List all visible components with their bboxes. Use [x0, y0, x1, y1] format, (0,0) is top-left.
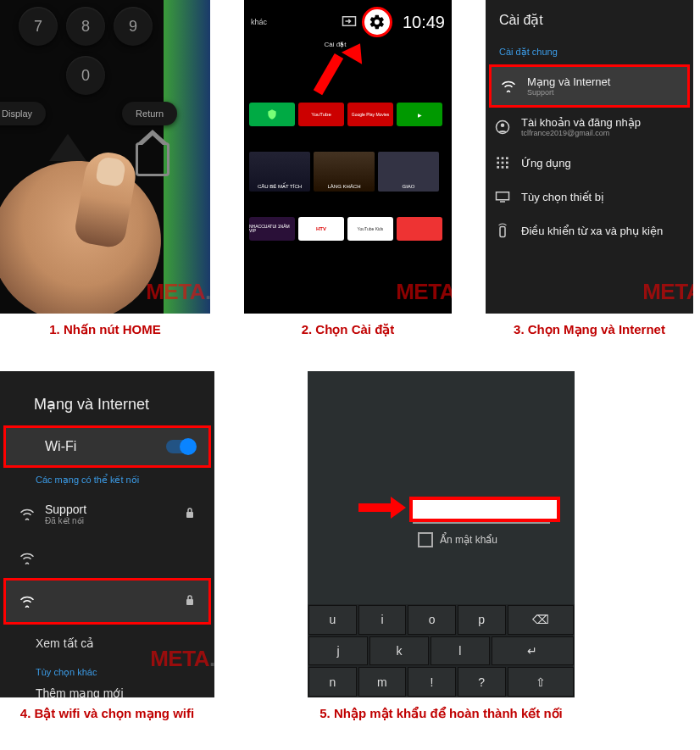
wifi-network-support[interactable]: Support Đã kết nối [3, 489, 211, 539]
svg-rect-4 [502, 157, 504, 159]
remote-key-0[interactable]: 0 [66, 56, 105, 95]
remote-key-7[interactable]: 7 [19, 7, 58, 46]
wifi-icon [19, 553, 35, 564]
app-tile-ytkids[interactable]: YouTube Kids [347, 217, 393, 241]
settings-row-account[interactable]: Tài khoản và đăng nhập tclfrance2019@gma… [486, 108, 693, 146]
svg-rect-8 [506, 162, 508, 164]
settings-row-title: Điều khiển từ xa và phụ kiện [521, 225, 663, 237]
poster-tile[interactable]: LÀNG KHÁCH [314, 152, 375, 192]
key[interactable]: i [358, 605, 407, 635]
step4-caption: 4. Bật wifi và chọn mạng wifi [20, 706, 194, 721]
app-tile[interactable]: ▶ [397, 103, 442, 126]
available-networks-label: Các mạng có thể kết nối [0, 468, 214, 489]
wifi-label: Wi-Fi [45, 439, 76, 454]
key[interactable]: o [408, 605, 456, 635]
wifi-network-selected[interactable] [3, 578, 211, 625]
poster-tile[interactable]: GIAO [378, 152, 439, 192]
svg-rect-14 [500, 227, 505, 237]
settings-row-sub: Support [527, 88, 610, 97]
app-tile-htv[interactable]: HTV [298, 217, 344, 241]
tv-apps-row-2: NHACCUATUI 1NĂM VIP HTV YouTube Kids [244, 214, 452, 244]
tv-topbar: khác 10:49 [244, 0, 452, 39]
settings-row-title: Tài khoản và đăng nhập [521, 116, 641, 129]
tv-apps-row-1: YouTube Google Play Movies ▶ [244, 99, 452, 130]
watermark: META.vn [146, 279, 210, 305]
settings-row-device[interactable]: Tùy chọn thiết bị [486, 180, 693, 214]
svg-rect-11 [506, 166, 508, 169]
step1-panel: 7 8 9 0 Display Return META.vn [0, 0, 210, 314]
watermark: META.vn [642, 279, 693, 305]
app-tile-play-movies[interactable]: Google Play Movies [347, 103, 393, 126]
settings-row-remote[interactable]: Điều khiển từ xa và phụ kiện [486, 214, 693, 247]
app-tile-nhaccuatui[interactable]: NHACCUATUI 1NĂM VIP [249, 217, 295, 241]
remote-display-button[interactable]: Display [0, 102, 46, 125]
key-backspace[interactable]: ⌫ [508, 605, 574, 635]
key[interactable]: u [308, 605, 357, 635]
remote-return-button[interactable]: Return [122, 102, 177, 125]
step1-caption: 1. Nhấn nút HOME [49, 322, 161, 337]
step3-caption: 3. Chọn Mạng và Internet [514, 322, 665, 337]
see-all-networks[interactable]: Xem tất cả [0, 625, 214, 658]
device-icon [494, 188, 511, 205]
hide-password-row[interactable]: Ẩn mật khẩu [418, 532, 497, 547]
step5-panel: Ẩn mật khẩu u i o p ⌫ j k l ↵ n [308, 371, 575, 697]
topbar-time: 10:49 [403, 13, 445, 32]
step2-caption: 2. Chọn Cài đặt [302, 322, 395, 337]
svg-rect-5 [506, 157, 508, 159]
wifi-toggle[interactable] [166, 440, 195, 453]
step3-panel: Cài đặt Cài đặt chung Mạng và Internet S… [486, 0, 693, 314]
remote-key-8[interactable]: 8 [66, 7, 105, 46]
wifi-network-empty1[interactable] [3, 539, 211, 578]
settings-row-title: Tùy chọn thiết bị [521, 191, 604, 203]
keypad-display-return: Display Return [0, 102, 177, 125]
settings-row-sub: tclfrance2019@gmail.com [521, 129, 641, 137]
wifi-icon [19, 508, 35, 520]
tv-posters-row: CÂU BÉ MẤT TÍCH LÀNG KHÁCH GIAO [244, 148, 452, 195]
key[interactable]: j [308, 636, 368, 666]
input-icon[interactable] [342, 15, 357, 29]
key[interactable]: m [358, 667, 407, 697]
lock-icon [185, 507, 195, 521]
svg-rect-15 [186, 512, 193, 518]
key[interactable]: k [369, 636, 429, 666]
svg-rect-10 [502, 166, 504, 169]
svg-rect-7 [502, 162, 504, 164]
red-arrow-indicator [329, 47, 371, 98]
key-shift[interactable]: ⇧ [508, 667, 574, 697]
dpad-up[interactable] [49, 134, 86, 161]
wifi-icon [500, 78, 517, 95]
remote-icon [494, 222, 511, 239]
hide-password-label: Ẩn mật khẩu [440, 534, 497, 546]
step2-panel: khác 10:49 Cài đặt [244, 0, 452, 314]
app-tile[interactable] [397, 217, 442, 241]
password-input[interactable] [409, 497, 560, 522]
step4-panel: Mạng và Internet Wi-Fi Các mạng có thể k… [0, 371, 214, 697]
password-underline [413, 522, 550, 524]
svg-rect-16 [186, 599, 193, 605]
poster-tile[interactable]: CÂU BÉ MẤT TÍCH [249, 152, 310, 192]
settings-row-network[interactable]: Mạng và Internet Support [489, 64, 690, 108]
watermark: META.vn [396, 279, 452, 305]
keypad-row-789: 7 8 9 [19, 7, 153, 46]
key[interactable]: ! [408, 667, 456, 697]
settings-gear-highlight[interactable] [362, 7, 392, 37]
wifi-name: Support [45, 503, 86, 516]
app-tile-youtube[interactable]: YouTube [298, 103, 344, 126]
add-network[interactable]: Thêm mạng mới [0, 681, 214, 697]
key-enter[interactable]: ↵ [492, 636, 574, 666]
key[interactable]: l [431, 636, 490, 666]
onscreen-keyboard: u i o p ⌫ j k l ↵ n m ! ? ⇧ [308, 604, 575, 697]
topbar-khac: khác [251, 18, 267, 26]
settings-section-general: Cài đặt chung [486, 40, 693, 64]
wifi-toggle-row[interactable]: Wi-Fi [3, 425, 211, 468]
step5-caption: 5. Nhập mật khẩu để hoàn thành kết nối [319, 706, 563, 721]
remote-key-9[interactable]: 9 [114, 7, 153, 46]
wifi-status: Đã kết nối [45, 516, 86, 525]
key[interactable]: ? [458, 667, 506, 697]
key[interactable]: p [458, 605, 506, 635]
home-button-icon[interactable] [136, 142, 169, 176]
key[interactable]: n [308, 667, 357, 697]
apps-icon [494, 154, 511, 171]
settings-row-apps[interactable]: Ứng dụng [486, 146, 693, 180]
app-tile[interactable] [249, 103, 295, 126]
